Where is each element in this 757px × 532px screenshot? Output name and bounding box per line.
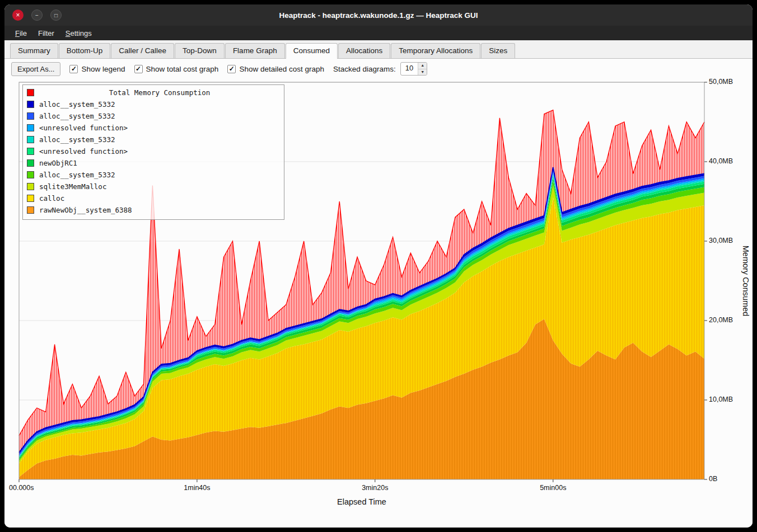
x-tick-label: 1min40s [172,484,222,492]
menu-file[interactable]: File [10,27,32,39]
tab-bar: SummaryBottom-UpCaller / CalleeTop-DownF… [4,40,753,59]
legend-label: alloc__system_5332 [39,100,115,109]
menu-settings[interactable]: Settings [60,27,97,39]
toolbar: Export As... ✓Show legend✓Show total cos… [4,59,753,79]
legend-swatch-icon [27,183,34,190]
legend-swatch-icon [27,112,34,120]
checkbox-group: ✓Show legend✓Show total cost graph✓Show … [69,65,324,73]
checkbox-box-icon: ✓ [69,65,78,73]
legend-label: alloc__system_5332 [39,135,115,144]
window-title: Heaptrack - heaptrack.wakunode.1.gz — He… [279,11,478,20]
close-button[interactable]: × [12,10,24,21]
checkbox-label: Show detailed cost graph [239,65,324,73]
legend-item: sqlite3MemMalloc [27,181,280,192]
legend-swatch-icon [27,101,34,108]
legend-label: alloc__system_5332 [39,171,115,179]
legend-label: sqlite3MemMalloc [39,182,106,191]
tab-consumed[interactable]: Consumed [286,43,338,59]
checkbox-show-total-cost-graph[interactable]: ✓Show total cost graph [134,65,219,73]
checkbox-box-icon: ✓ [134,65,143,73]
legend-swatch-icon [27,124,34,131]
minimize-button[interactable]: − [31,10,43,21]
legend-swatch-icon [27,89,34,96]
tab-caller-callee[interactable]: Caller / Callee [111,43,174,58]
legend-label: rawNewObj__system_6388 [39,206,132,214]
legend-title: Total Memory Consumption [27,87,280,98]
tab-temporary-allocations[interactable]: Temporary Allocations [391,43,480,58]
legend-swatch-icon [27,171,34,178]
checkbox-box-icon: ✓ [227,65,236,73]
legend-swatch-icon [27,136,34,143]
legend-item: newObjRC1 [27,157,280,169]
tab-allocations[interactable]: Allocations [338,43,390,58]
legend-label: alloc__system_5332 [39,112,115,120]
tab-summary[interactable]: Summary [10,43,58,58]
tab-top-down[interactable]: Top-Down [175,43,225,58]
spin-buttons: ▲ ▼ [418,63,427,75]
legend-item: calloc [27,192,280,204]
y-tick-label: 10,0MB [709,396,733,403]
y-tick-label: 20,0MB [709,316,733,324]
legend-label: <unresolved function> [39,124,128,132]
y-tick-label: 30,0MB [709,237,733,244]
y-tick-label: 40,0MB [709,157,733,165]
legend-item: alloc__system_5332 [27,98,280,110]
x-tick-label: 00.000s [9,484,59,492]
x-tick-label: 3min20s [350,484,400,492]
legend-item: <unresolved function> [27,145,280,157]
chart-legend: Total Memory Consumptionalloc__system_53… [22,84,284,220]
checkbox-label: Show total cost graph [146,65,219,73]
tab-bottom-up[interactable]: Bottom-Up [59,43,111,58]
spin-up-icon[interactable]: ▲ [418,63,427,69]
legend-label: calloc [39,194,64,203]
legend-swatch-icon [27,148,34,155]
x-axis-title: Elapsed Time [337,497,386,506]
y-axis-title: Memory Consumed [741,246,750,317]
menu-filter[interactable]: Filter [33,27,59,39]
checkbox-label: Show legend [81,65,125,73]
stacked-diagrams-group: Stacked diagrams: 10 ▲ ▼ [333,62,427,76]
app-window: × − □ Heaptrack - heaptrack.wakunode.1.g… [4,4,753,528]
checkbox-show-detailed-cost-graph[interactable]: ✓Show detailed cost graph [227,65,324,73]
checkbox-show-legend[interactable]: ✓Show legend [69,65,125,73]
window-controls: × − □ [12,4,62,26]
legend-label: newObjRC1 [39,159,77,167]
menu-bar: FileFilterSettings [4,26,753,40]
stacked-diagrams-value: 10 [401,63,418,75]
tab-sizes[interactable]: Sizes [481,43,515,58]
legend-swatch-icon [27,159,34,167]
maximize-button[interactable]: □ [50,10,62,21]
spin-down-icon[interactable]: ▼ [418,69,427,76]
export-as-button[interactable]: Export As... [11,62,60,76]
y-tick-label: 50,0MB [709,78,733,86]
tab-flame-graph[interactable]: Flame Graph [225,43,285,58]
title-bar[interactable]: × − □ Heaptrack - heaptrack.wakunode.1.g… [4,4,753,26]
legend-item: alloc__system_5332 [27,110,280,122]
legend-item: alloc__system_5332 [27,134,280,145]
y-tick-label: 0B [709,475,717,483]
legend-item: rawNewObj__system_6388 [27,204,280,216]
x-tick-label: 5min00s [528,484,578,492]
legend-swatch-icon [27,195,34,202]
consumed-chart-area: Total Memory Consumptionalloc__system_53… [4,79,753,528]
legend-label: Total Memory Consumption [39,88,280,97]
legend-item: <unresolved function> [27,122,280,134]
legend-swatch-icon [27,206,34,214]
stacked-diagrams-spinbox[interactable]: 10 ▲ ▼ [400,62,427,76]
stacked-diagrams-label: Stacked diagrams: [333,65,396,73]
legend-label: <unresolved function> [39,147,128,156]
legend-item: alloc__system_5332 [27,169,280,181]
